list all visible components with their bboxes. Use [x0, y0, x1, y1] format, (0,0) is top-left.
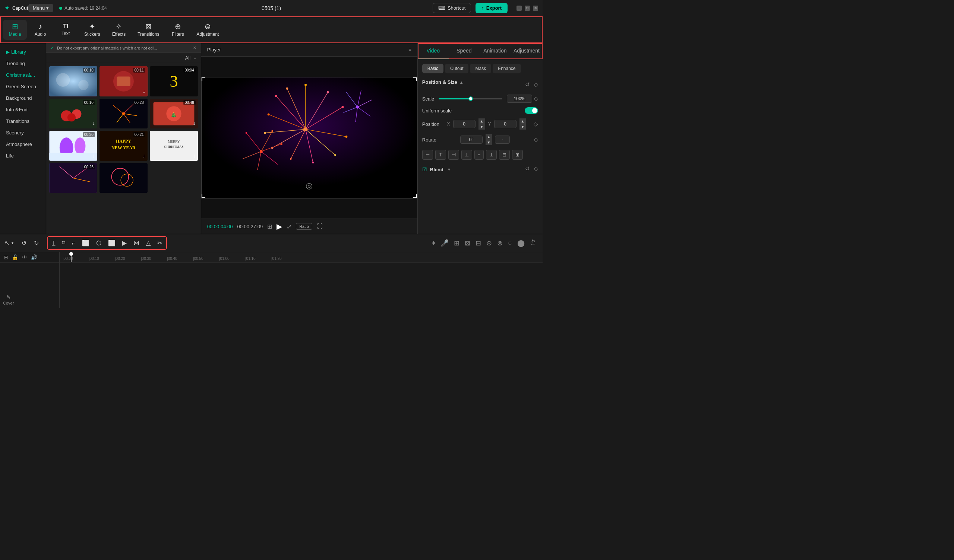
handle-top-right[interactable]: [413, 78, 417, 81]
blend-expand-icon[interactable]: ▾: [448, 167, 450, 172]
filter-icon[interactable]: ≡: [193, 55, 196, 61]
shortcut-button[interactable]: ⌨ Shortcut: [433, 3, 471, 13]
nav-item-audio[interactable]: ♪ Audio: [28, 20, 52, 40]
grid-icon[interactable]: ⊞: [267, 223, 272, 230]
freeze-button[interactable]: ⬡: [93, 238, 104, 248]
scale-value[interactable]: 100%: [507, 95, 532, 103]
sidebar-item-transitions[interactable]: Transitions: [0, 115, 46, 127]
align-center-h-button[interactable]: ⊤: [435, 150, 446, 160]
blend-checkbox[interactable]: ☑: [422, 166, 427, 173]
close-button[interactable]: ✕: [533, 6, 538, 11]
menu-button[interactable]: Menu ▾: [28, 4, 54, 12]
undo-button[interactable]: ↺: [19, 238, 30, 248]
ratio-button[interactable]: Ratio: [296, 223, 312, 230]
media-thumbnail[interactable]: 00:10: [49, 66, 97, 96]
distribute-v-button[interactable]: ⊞: [512, 150, 523, 160]
sidebar-item-trending[interactable]: Trending: [0, 58, 46, 69]
play-segment-button[interactable]: ▶: [119, 238, 130, 248]
sidebar-item-background[interactable]: Background: [0, 92, 46, 104]
rotate-input[interactable]: 0°: [460, 135, 483, 144]
align-bottom-button[interactable]: ⊥: [486, 150, 497, 160]
mic-button[interactable]: 🎤: [439, 238, 450, 249]
x-input[interactable]: 0: [453, 120, 475, 128]
download-icon[interactable]: ↓: [143, 88, 145, 94]
audio-fx-button[interactable]: ♦: [430, 238, 437, 248]
media-thumbnail[interactable]: 00:11 ↓: [100, 66, 148, 96]
sidebar-item-atmosphere[interactable]: Atmosphere: [0, 138, 46, 150]
sub-tab-cutout[interactable]: Cutout: [445, 64, 468, 73]
position-keyframe[interactable]: ◇: [534, 121, 538, 128]
split-tool-button[interactable]: ⌶: [49, 238, 59, 248]
nav-item-adjustment[interactable]: ⊜ Adjustment: [191, 20, 224, 40]
sidebar-item-green-screen[interactable]: Green Screen: [0, 81, 46, 92]
minimize-button[interactable]: −: [516, 6, 522, 11]
rotate-dash[interactable]: -: [495, 135, 510, 144]
filter-all-button[interactable]: All: [185, 55, 190, 61]
media-thumbnail[interactable]: 00:30 ↓: [49, 131, 97, 161]
sub-tab-enhance[interactable]: Enhance: [493, 64, 521, 73]
tab-animation[interactable]: Animation: [480, 43, 511, 59]
silent-button[interactable]: ○: [507, 238, 513, 248]
media-thumbnail[interactable]: 00:28: [100, 99, 148, 129]
unlink-button[interactable]: ⊟: [474, 238, 483, 249]
align-left-button[interactable]: ⊢: [422, 150, 433, 160]
media-thumbnail[interactable]: 00:10 ↓: [49, 99, 97, 129]
notice-close-button[interactable]: ✕: [193, 45, 196, 50]
play-button[interactable]: ▶: [276, 222, 282, 231]
media-thumbnail[interactable]: 3 00:04: [150, 66, 198, 96]
sub-tab-basic[interactable]: Basic: [422, 64, 443, 73]
track-visible-button[interactable]: 👁: [22, 254, 27, 260]
rotate-down-button[interactable]: ▼: [486, 140, 492, 145]
blend-keyframe-button[interactable]: ◇: [534, 165, 538, 172]
rotate-up-button[interactable]: ▲: [486, 134, 492, 140]
fullscreen-button[interactable]: ⛶: [317, 223, 323, 230]
timer-button[interactable]: ⏱: [528, 238, 538, 248]
y-down-button[interactable]: ▼: [519, 124, 526, 129]
rotate-tool-button[interactable]: △: [143, 238, 154, 248]
sidebar-item-life[interactable]: Life: [0, 150, 46, 162]
media-thumbnail[interactable]: 🎄 00:48 ↓: [150, 99, 198, 129]
nav-item-transitions[interactable]: ⊠ Transitions: [132, 20, 164, 40]
media-thumbnail[interactable]: [100, 163, 148, 193]
link-button[interactable]: ⊠: [463, 238, 472, 249]
scale-keyframe[interactable]: ◇: [534, 95, 538, 102]
export-button[interactable]: ↑ Export: [475, 3, 508, 13]
y-up-button[interactable]: ▲: [519, 118, 526, 124]
align-center-v-button[interactable]: +: [474, 150, 484, 160]
player-menu-icon[interactable]: ≡: [408, 47, 412, 53]
delete-button[interactable]: ⬜: [79, 238, 92, 248]
nav-item-filters[interactable]: ⊕ Filters: [166, 20, 190, 40]
media-thumbnail[interactable]: 00:25: [49, 163, 97, 193]
mirror-button[interactable]: ⋈: [131, 238, 142, 248]
fullscreen-preview-button[interactable]: ⤢: [287, 223, 292, 230]
trim-right-button[interactable]: ⌐: [69, 238, 78, 248]
select-dropdown[interactable]: ▾: [12, 241, 13, 245]
reset-button[interactable]: ↺: [525, 81, 530, 88]
nav-item-text[interactable]: TI Text: [54, 20, 78, 39]
download-icon[interactable]: ↓: [143, 152, 145, 159]
media-thumbnail[interactable]: MERRY CHRISTMAS ↓: [150, 131, 198, 161]
crop-button[interactable]: ⬜: [105, 238, 118, 248]
add-track-button[interactable]: ⊞: [452, 238, 461, 249]
track-add-button[interactable]: ⊞: [4, 254, 8, 260]
align-right-button[interactable]: ⊣: [448, 150, 459, 160]
handle-bottom-left[interactable]: [202, 194, 205, 198]
handle-top-left[interactable]: [202, 78, 205, 81]
playhead-handle[interactable]: [69, 252, 73, 256]
select-tool-button[interactable]: ↖: [5, 240, 9, 246]
nav-item-stickers[interactable]: ✦ Stickers: [79, 20, 106, 40]
detach-audio-button[interactable]: ⊗: [496, 238, 504, 249]
y-input[interactable]: 0: [494, 120, 516, 128]
sub-tab-mask[interactable]: Mask: [470, 64, 491, 73]
nav-item-effects[interactable]: ✧ Effects: [107, 20, 131, 40]
scale-slider[interactable]: [439, 98, 502, 100]
fill-button[interactable]: ⬤: [516, 238, 526, 249]
track-mute-button[interactable]: 🔊: [31, 254, 37, 260]
nav-item-media[interactable]: ⊞ Media: [3, 20, 27, 40]
sidebar-item-scenery[interactable]: Scenery: [0, 127, 46, 138]
align-top-button[interactable]: ⊥: [461, 150, 472, 160]
track-lock-button[interactable]: 🔓: [12, 254, 18, 260]
download-icon[interactable]: ↓: [193, 120, 196, 126]
rotate-keyframe[interactable]: ◇: [534, 136, 538, 143]
uniform-scale-toggle[interactable]: [525, 107, 538, 114]
